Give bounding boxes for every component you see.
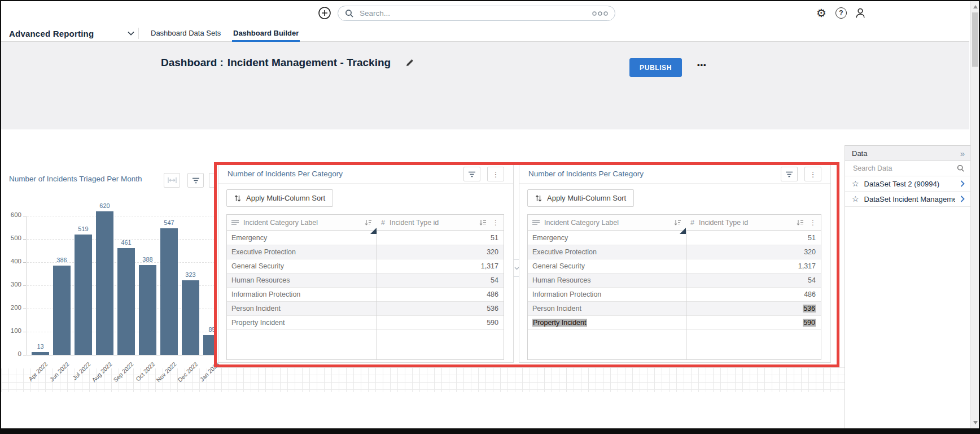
vertical-scrollbar[interactable] [970, 1, 980, 428]
bar-jul-2022[interactable] [75, 235, 92, 355]
category-cell[interactable]: Human Resources [227, 274, 377, 287]
data-panel-title: Data [852, 149, 960, 158]
category-cell[interactable]: Property Incident [227, 316, 377, 329]
bar-aug-2022[interactable] [96, 211, 113, 355]
column-resize-corner[interactable] [370, 228, 377, 234]
table-row[interactable]: Executive Protection320 [227, 245, 504, 259]
dataset-item-1[interactable]: ☆DataSet Test 2 (90994) [845, 176, 970, 192]
table-row[interactable]: Executive Protection320 [528, 245, 821, 259]
value-cell[interactable]: 1,317 [377, 259, 504, 273]
table-row[interactable]: Emergency51 [227, 231, 504, 245]
value-cell[interactable]: 51 [377, 231, 504, 245]
global-search[interactable] [338, 6, 615, 21]
category-cell[interactable]: Property Incident [528, 316, 686, 329]
bar-nov-2022[interactable] [160, 228, 178, 355]
category-cell[interactable]: Person Incident [528, 302, 686, 315]
search-input[interactable] [358, 8, 592, 18]
category-cell[interactable]: Person Incident [227, 302, 377, 315]
value-cell[interactable]: 536 [377, 302, 504, 315]
dataset-item-2[interactable]: ☆DataSet Incident Management ... [845, 192, 970, 207]
table-row[interactable]: Human Resources54 [528, 274, 821, 288]
value-cell[interactable]: 51 [686, 231, 821, 245]
table-row[interactable]: Information Protection486 [528, 288, 821, 302]
table-kebab-menu-icon[interactable]: ⋮ [487, 167, 504, 181]
collapse-panel-icon[interactable]: » [960, 149, 965, 158]
add-new-icon[interactable] [318, 6, 331, 20]
column-resize-corner[interactable] [680, 228, 686, 234]
scroll-up-icon[interactable] [973, 5, 978, 8]
bar-jan-2023[interactable] [203, 335, 216, 355]
help-icon[interactable]: ? [834, 6, 848, 20]
table-row[interactable]: Person Incident536 [227, 302, 504, 316]
value-cell[interactable]: 54 [686, 274, 821, 287]
tab-dashboard-data-sets[interactable]: Dashboard Data Sets [150, 25, 222, 42]
bar-sep-2022[interactable] [117, 248, 135, 355]
edit-title-pencil-icon[interactable] [405, 59, 414, 67]
column-header-type-id[interactable]: # Incident Type id ⋮ [686, 215, 821, 231]
search-more-options-icon[interactable] [592, 11, 608, 16]
category-cell[interactable]: Executive Protection [528, 245, 686, 259]
axis-tick [23, 262, 26, 263]
column-kebab-icon[interactable]: ⋮ [492, 219, 499, 227]
table-filter-icon[interactable] [781, 167, 798, 181]
value-cell[interactable]: 1,317 [686, 259, 821, 273]
category-cell[interactable]: Emergency [528, 231, 686, 245]
more-options-ellipsis-icon[interactable]: ••• [697, 60, 707, 69]
column-kebab-icon[interactable]: ⋮ [810, 219, 816, 227]
chevron-right-icon[interactable] [960, 196, 965, 202]
value-cell[interactable]: 486 [377, 288, 504, 301]
value-cell[interactable]: 486 [686, 288, 821, 301]
star-icon[interactable]: ☆ [852, 195, 859, 203]
value-cell[interactable]: 590 [377, 316, 504, 329]
card-divider [519, 183, 830, 184]
settings-gear-icon[interactable]: ⚙ [815, 6, 828, 20]
scroll-down-icon[interactable] [973, 421, 978, 424]
category-cell[interactable]: Executive Protection [227, 245, 377, 259]
scrollbar-thumb[interactable] [972, 12, 978, 67]
table-row[interactable]: General Security1,317 [227, 259, 504, 274]
bar-dec-2022[interactable] [182, 280, 199, 355]
chevron-right-icon[interactable] [960, 180, 965, 187]
table-row[interactable]: Property Incident590 [528, 316, 821, 330]
bar-value-label: 388 [133, 256, 162, 263]
value-cell[interactable]: 320 [377, 245, 504, 259]
app-menu-dropdown[interactable]: Advanced Reporting [9, 25, 134, 42]
category-cell[interactable]: General Security [528, 259, 686, 273]
value-cell[interactable]: 320 [686, 245, 821, 259]
star-icon[interactable]: ☆ [852, 180, 859, 188]
category-cell[interactable]: Emergency [227, 231, 377, 245]
category-cell[interactable]: General Security [227, 259, 377, 273]
bar-apr-2022[interactable] [32, 352, 49, 355]
bar-oct-2022[interactable] [139, 265, 156, 355]
bar-jun-2022[interactable] [53, 266, 71, 355]
table-row[interactable]: Information Protection486 [227, 288, 504, 302]
category-cell[interactable]: Human Resources [528, 274, 686, 287]
table-row[interactable]: Human Resources54 [227, 274, 504, 288]
value-cell[interactable]: 54 [377, 274, 504, 287]
column-header-category[interactable]: Incident Category Label [528, 215, 686, 231]
publish-button[interactable]: PUBLISH [629, 58, 682, 77]
table-row[interactable]: Person Incident536 [528, 302, 821, 316]
dashboard-canvas: Add Chart T [1, 129, 970, 428]
table-kebab-menu-icon[interactable]: ⋮ [804, 167, 821, 181]
table-row[interactable]: Emergency51 [528, 231, 821, 245]
data-search-input[interactable] [852, 164, 957, 173]
table-filter-icon[interactable] [463, 167, 480, 181]
table-row[interactable]: Property Incident590 [227, 316, 504, 330]
bar-value-label: 461 [112, 239, 141, 246]
category-cell[interactable]: Information Protection [227, 288, 377, 301]
category-cell[interactable]: Information Protection [528, 288, 686, 301]
column-header-type-id[interactable]: # Incident Type id ⋮ [377, 215, 504, 231]
numeric-column-icon: # [381, 219, 385, 227]
apply-multi-column-sort-button[interactable]: Apply Multi-Column Sort [527, 189, 634, 207]
table-row[interactable]: General Security1,317 [528, 259, 821, 274]
tab-dashboard-builder[interactable]: Dashboard Builder [232, 25, 300, 42]
apply-multi-column-sort-button[interactable]: Apply Multi-Column Sort [226, 189, 333, 207]
table-card-2: Number of Incidents Per Category ⋮ Apply… [519, 164, 831, 363]
column-header-category[interactable]: Incident Category Label [227, 215, 377, 231]
dashboard-title-value: Incident Management - Tracking [228, 57, 391, 69]
user-profile-icon[interactable] [854, 6, 867, 20]
topbar: ⚙ ? [1, 1, 969, 25]
value-cell[interactable]: 590 [686, 316, 821, 329]
value-cell[interactable]: 536 [686, 302, 821, 315]
